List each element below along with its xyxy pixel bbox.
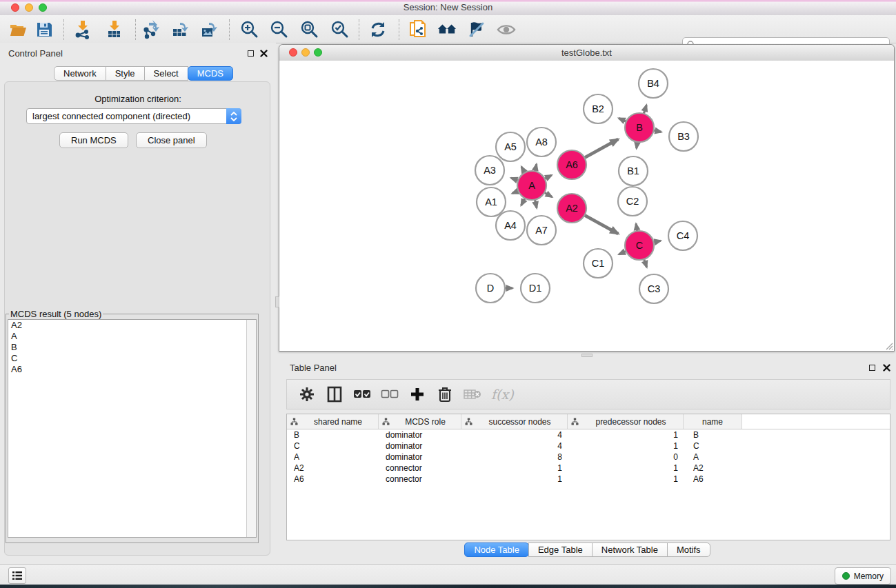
tab-motifs[interactable]: Motifs: [667, 543, 710, 557]
export-network-icon[interactable]: [142, 20, 161, 39]
node-label-C3: C3: [648, 283, 661, 294]
function-builder-icon[interactable]: f(x): [491, 387, 514, 402]
result-list-item[interactable]: A: [8, 331, 256, 342]
close-panel-button[interactable]: Close panel: [136, 132, 207, 148]
task-history-button[interactable]: [8, 567, 26, 584]
table-cell: B: [287, 430, 379, 440]
node-label-B1: B1: [627, 165, 639, 176]
apply-layout-icon[interactable]: [368, 20, 388, 39]
float-panel-icon[interactable]: [248, 50, 254, 57]
dropdown-stepper-icon: [226, 108, 241, 124]
session-title: Session: New Session: [0, 2, 896, 12]
delete-column-icon[interactable]: [464, 385, 481, 403]
duplicate-network-icon[interactable]: [408, 20, 428, 39]
zoom-selected-icon[interactable]: [330, 20, 349, 39]
tab-network-table[interactable]: Network Table: [592, 543, 668, 557]
shared-column-icon: [290, 418, 298, 425]
table-cell: 1: [568, 463, 684, 473]
network-canvas[interactable]: B4B2BB3A8A5A6A3B1AA1C2A2A4A7C4CC1C3DD1: [279, 61, 894, 351]
title-bar: Session: New Session: [0, 0, 896, 16]
result-list-item[interactable]: B: [8, 342, 256, 353]
vertical-splitter-handle[interactable]: [275, 296, 279, 307]
result-list-item[interactable]: A2: [8, 320, 256, 331]
tab-select[interactable]: Select: [144, 66, 188, 81]
close-table-panel-icon[interactable]: [883, 364, 890, 372]
node-label-C4: C4: [677, 230, 690, 241]
table-cell: connector: [379, 463, 461, 473]
show-columns-icon[interactable]: [326, 385, 344, 403]
add-row-plus-icon[interactable]: [408, 385, 426, 403]
tab-edge-table[interactable]: Edge Table: [528, 543, 593, 557]
column-header-predecessor-nodes[interactable]: predecessor nodes: [568, 414, 684, 429]
table-row[interactable]: Adominator80A: [287, 452, 890, 463]
clear-selection-icon[interactable]: [381, 385, 399, 403]
memory-label: Memory: [854, 571, 884, 581]
save-session-icon[interactable]: [34, 20, 54, 39]
table-settings-gear-icon[interactable]: [298, 385, 316, 403]
float-table-panel-icon[interactable]: [869, 365, 875, 371]
zoom-fit-icon[interactable]: [299, 20, 319, 39]
table-row[interactable]: A2connector11A2: [287, 463, 890, 474]
table-cell: dominator: [379, 452, 461, 462]
control-panel-tabs: NetworkStyleSelectMCDS: [54, 66, 233, 81]
shared-column-icon: [465, 418, 472, 425]
toolbar-separator: [399, 19, 399, 40]
run-mcds-button[interactable]: Run MCDS: [59, 132, 128, 148]
table-cell: 1: [568, 474, 684, 484]
network-graph[interactable]: B4B2BB3A8A5A6A3B1AA1C2A2A4A7C4CC1C3DD1: [279, 61, 894, 351]
application-window: Session: New Session: [0, 0, 896, 588]
column-header-name[interactable]: name: [684, 414, 742, 429]
table-cell: 1: [461, 463, 568, 473]
export-table-icon[interactable]: [171, 20, 190, 39]
table-row[interactable]: A6connector11A6: [287, 474, 890, 485]
node-label-A7: A7: [535, 225, 548, 236]
main-toolbar: [0, 15, 896, 43]
column-header-MCDS-role[interactable]: MCDS role: [379, 414, 461, 429]
hide-selected-icon[interactable]: [466, 20, 486, 39]
table-toolbar: f(x): [286, 379, 890, 409]
node-label-A: A: [528, 180, 535, 191]
table-row[interactable]: Bdominator41B: [287, 429, 890, 440]
node-table[interactable]: shared nameMCDS rolesuccessor nodesprede…: [286, 414, 890, 540]
import-table-icon[interactable]: [105, 20, 124, 39]
optimization-criterion-dropdown[interactable]: largest connected component (directed): [26, 108, 241, 124]
node-label-C1: C1: [592, 258, 605, 269]
table-panel-title: Table Panel: [290, 363, 337, 373]
open-session-icon[interactable]: [8, 20, 28, 39]
delete-row-trash-icon[interactable]: [436, 385, 454, 403]
zoom-in-icon[interactable]: [239, 20, 259, 39]
node-label-A4: A4: [504, 220, 517, 231]
tab-mcds[interactable]: MCDS: [188, 66, 233, 81]
tab-network[interactable]: Network: [54, 66, 106, 81]
table-row[interactable]: Cdominator41C: [287, 440, 890, 452]
export-image-icon[interactable]: [200, 20, 219, 39]
table-cell: A6: [684, 474, 742, 484]
node-label-A2: A2: [566, 203, 578, 214]
tab-style[interactable]: Style: [106, 66, 145, 81]
zoom-out-icon[interactable]: [269, 20, 288, 39]
select-all-icon[interactable]: [353, 385, 371, 403]
table-cell: A2: [287, 463, 379, 473]
node-label-D1: D1: [529, 283, 542, 294]
scrollbar-track[interactable]: [246, 320, 256, 537]
memory-button[interactable]: Memory: [835, 567, 891, 585]
result-list-item[interactable]: C: [8, 353, 256, 364]
node-label-B: B: [636, 122, 643, 133]
table-cell: dominator: [379, 441, 461, 451]
first-neighbors-icon[interactable]: [437, 20, 457, 39]
dropdown-selected-value: largest connected component (directed): [27, 111, 226, 121]
table-cell: connector: [379, 474, 461, 484]
show-hidden-eye-icon[interactable]: [497, 20, 516, 39]
network-window-titlebar[interactable]: testGlobe.txt: [279, 45, 894, 61]
column-header-shared-name[interactable]: shared name: [287, 414, 379, 429]
mcds-result-list[interactable]: A2ABCA6: [8, 319, 257, 538]
shared-column-icon: [571, 418, 579, 425]
result-list-item[interactable]: A6: [8, 364, 256, 375]
tab-node-table[interactable]: Node Table: [464, 543, 529, 557]
table-cell: C: [287, 441, 379, 451]
close-panel-icon[interactable]: [260, 50, 268, 57]
import-network-icon[interactable]: [73, 20, 92, 39]
column-header-successor-nodes[interactable]: successor nodes: [461, 414, 568, 429]
resize-grip-icon[interactable]: [884, 341, 893, 350]
table-cell: A6: [287, 474, 379, 484]
